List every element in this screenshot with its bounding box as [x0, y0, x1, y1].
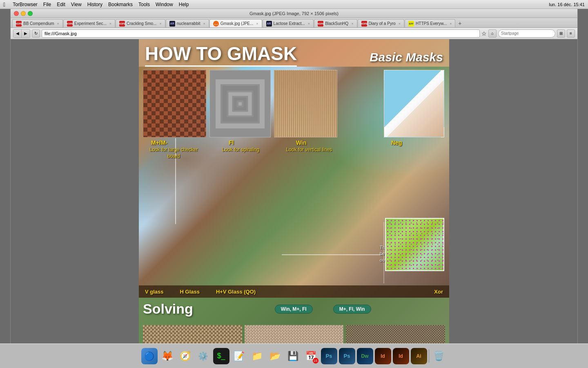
tab-close-diary[interactable]: ×: [399, 22, 401, 26]
menu-file[interactable]: File: [43, 2, 51, 7]
solving-thumb-3: [346, 325, 445, 343]
dock-trash[interactable]: 🗑️: [431, 348, 447, 364]
neg-thumbnail: [384, 70, 444, 137]
main-image-area: M+/M- Look for large checker board Fl Lo…: [139, 67, 449, 298]
label-fl: Fl: [229, 139, 234, 146]
tab-close-crack[interactable]: ×: [159, 22, 161, 26]
tab-bb-compendium[interactable]: NOPE BB Compendium ×: [12, 19, 63, 27]
tab-close-gmask[interactable]: ×: [256, 22, 258, 26]
dock-firefox[interactable]: 🦊: [159, 348, 176, 364]
tab-label-blacksun: BlackSunHQ: [325, 21, 348, 26]
dock-folder2[interactable]: 📂: [267, 348, 283, 364]
dock-photoshop[interactable]: Ps: [321, 348, 337, 364]
method-badge-2: M+, Fl, Win: [333, 305, 371, 314]
browser-window: Gmask.jpg (JPEG Image, 792 × 1506 pixels…: [10, 9, 578, 344]
method-badge-1: Win, M+, Fl: [275, 305, 313, 314]
label-m-plus-minus: M+/M-: [151, 139, 167, 146]
close-button[interactable]: [14, 11, 19, 16]
nav-back-forward-group: ◀ ▶: [13, 29, 30, 38]
window-title: Gmask.jpg (JPEG Image, 792 × 1506 pixels…: [249, 11, 339, 16]
back-button[interactable]: ◀: [13, 29, 22, 38]
title-bar: Gmask.jpg (JPEG Image, 792 × 1506 pixels…: [11, 9, 577, 18]
menu-bookmarks[interactable]: Bookmarks: [108, 2, 133, 7]
dock-terminal[interactable]: $_: [213, 348, 229, 364]
dock-dreamweaver[interactable]: Dw: [357, 348, 373, 364]
tab-close-nr[interactable]: ×: [203, 22, 205, 26]
menu-bar:  TorBrowser File Edit View History Book…: [0, 0, 588, 9]
apple-menu[interactable]: : [3, 1, 5, 8]
dock-divider: [429, 350, 429, 363]
main-content-area[interactable]: HOW TO GMASK Basic Masks: [11, 39, 577, 343]
label-vglass: V glass: [145, 289, 164, 295]
calendar-badge: 16: [313, 358, 318, 364]
window-controls: [14, 11, 33, 16]
tab-close-lactose[interactable]: ×: [308, 22, 310, 26]
address-bar[interactable]: [42, 29, 480, 38]
bottom-label-bar: V glass H Glass H+V Glass (QO) Xor: [139, 285, 449, 298]
menu-window[interactable]: Window: [156, 2, 173, 7]
svg-rect-4: [238, 102, 242, 105]
clock: lun. 16 déc. 15:41: [549, 2, 585, 7]
tab-gmask-active[interactable]: 🦊 Gmask.jpg (JPE... ×: [209, 19, 262, 27]
tab-experiment-sec[interactable]: NOPE Experiment Sec... ×: [63, 19, 115, 27]
tab-https-everywhere[interactable]: EFF HTTPS Everyw... ×: [405, 19, 455, 27]
dock-storage[interactable]: 💾: [285, 348, 301, 364]
menu-view[interactable]: View: [71, 2, 82, 7]
dock-text[interactable]: 📝: [231, 348, 247, 364]
tab-favicon-exp: NOPE: [67, 21, 73, 27]
tab-label-crack: Crackling Smo...: [127, 21, 156, 26]
menu-torbrowser[interactable]: TorBrowser: [13, 2, 38, 7]
dock-indesign[interactable]: Id: [375, 348, 391, 364]
solving-thumb-2: [245, 325, 344, 343]
desc-fl: Look for spiraling: [217, 147, 264, 153]
tab-lactose-extract[interactable]: AR Lactose Extract... ×: [263, 19, 314, 27]
desc-win: Look for vertical lines: [283, 147, 336, 153]
new-tab-button[interactable]: +: [456, 19, 464, 27]
bookmark-star[interactable]: ☆: [481, 30, 487, 37]
xor-dots: [386, 219, 443, 270]
dock-finder[interactable]: 🔵: [141, 348, 158, 364]
search-input[interactable]: [498, 29, 555, 38]
dock-folder1[interactable]: 📁: [249, 348, 265, 364]
label-hvglass: H+V Glass (QO): [216, 289, 256, 295]
tab-close-https[interactable]: ×: [450, 22, 452, 26]
minimize-button[interactable]: [21, 11, 26, 16]
dock-system-pref[interactable]: ⚙️: [195, 348, 212, 364]
solving-thumbs: [143, 325, 445, 343]
tab-close-exp[interactable]: ×: [109, 22, 111, 26]
reload-button[interactable]: ↻: [32, 29, 40, 38]
forward-button[interactable]: ▶: [22, 29, 30, 38]
tab-close-bb[interactable]: ×: [57, 22, 59, 26]
dock-illustrator[interactable]: Ai: [411, 348, 427, 364]
menu-history[interactable]: History: [87, 2, 102, 7]
tab-crackling-smo[interactable]: NOPE Crackling Smo... ×: [116, 19, 165, 27]
tab-label-lactose: Lactose Extract...: [274, 21, 305, 26]
label-neg: Neg: [391, 139, 402, 146]
dock-safari[interactable]: 🧭: [177, 348, 194, 364]
menu-edit[interactable]: Edit: [57, 2, 65, 7]
menu-help[interactable]: Help: [179, 2, 189, 7]
home-button[interactable]: ⌂: [488, 29, 497, 38]
tab-nuclearrabbit[interactable]: AR nuclearrabbit ×: [166, 19, 209, 27]
xor-thumbnail: [385, 218, 444, 271]
tab-close-blacksun[interactable]: ×: [351, 22, 353, 26]
tab-diary-pyro[interactable]: NOPE Diary of a Pyro ×: [358, 19, 404, 27]
dock-indesign-2[interactable]: Id: [393, 348, 409, 364]
spiral-thumbnail: [209, 70, 271, 137]
dock-calendar[interactable]: 📅 16: [303, 348, 319, 364]
tab-favicon-nr: AR: [169, 21, 175, 27]
vlines-thumbnail: [274, 70, 337, 137]
page-image: HOW TO GMASK Basic Masks: [139, 39, 449, 343]
dock-photoshop-2[interactable]: Ps: [339, 348, 355, 364]
spiral-svg: [216, 79, 265, 128]
maximize-button[interactable]: [28, 11, 33, 16]
solving-section: Solving Win, M+, Fl M+, Fl, Win: [139, 298, 449, 343]
tab-blacksun[interactable]: NOPE BlackSunHQ ×: [314, 19, 357, 27]
nav-more-button[interactable]: ≡: [567, 29, 575, 38]
menu-tools[interactable]: Tools: [138, 2, 150, 7]
tab-favicon-https: EFF: [408, 21, 414, 27]
tab-label-exp: Experiment Sec...: [74, 21, 107, 26]
tab-favicon-bb: NOPE: [16, 21, 22, 27]
nav-extra-button[interactable]: ⊞: [557, 29, 565, 38]
tab-label-gmask: Gmask.jpg (JPE...: [220, 21, 254, 26]
